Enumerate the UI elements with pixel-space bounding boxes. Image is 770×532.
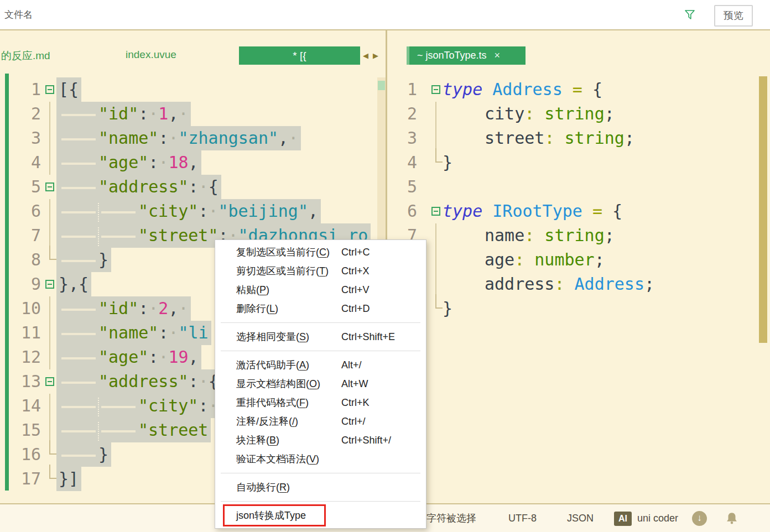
indent-guide — [98, 422, 99, 441]
code-token: , — [168, 104, 178, 123]
fold-guide — [44, 102, 56, 126]
fold-toggle-icon[interactable] — [430, 77, 443, 102]
selection-highlight: "id":·1,· — [59, 102, 191, 126]
menu-item-shortcut: Ctrl+D — [341, 299, 370, 318]
fold-guide — [430, 272, 443, 296]
code-token: } — [443, 299, 452, 318]
code-line-4[interactable]: 4} — [387, 150, 770, 175]
code-token: "id" — [98, 104, 138, 123]
selected-tab-indent-mark — [61, 382, 96, 384]
code-token: ; — [595, 250, 605, 269]
code-line-9[interactable]: 9address: Address; — [387, 272, 770, 296]
tab-0[interactable]: 的反应.md — [1, 49, 50, 63]
code-token: : — [158, 128, 168, 148]
code-text: street: string; — [443, 126, 634, 150]
menu-item-剪切选区或当前行T[interactable]: 剪切选区或当前行(T)Ctrl+X — [215, 262, 426, 280]
code-text: "name":·"li — [59, 321, 211, 345]
menu-item-注释/反注释/[interactable]: 注释/反注释(/)Ctrl+/ — [215, 412, 426, 431]
menu-item-重排代码格式F[interactable]: 重排代码格式(F)Ctrl+K — [215, 393, 426, 412]
code-token: : — [138, 299, 148, 318]
tab-scroll-right-icon[interactable]: ▶ — [373, 50, 378, 61]
code-line-2[interactable]: 2city: string; — [387, 102, 770, 126]
tab-label: ~ jsonToType.ts — [417, 50, 487, 61]
code-line-2[interactable]: 2"id":·1,· — [0, 102, 386, 126]
tab-close-icon[interactable]: × — [495, 50, 501, 61]
selection-highlight: "age":·18, — [59, 150, 201, 175]
selected-tab-indent-mark — [61, 309, 96, 311]
fold-toggle-icon[interactable] — [44, 175, 56, 199]
code-line-8[interactable]: 8age: number; — [387, 248, 770, 272]
menu-item-激活代码助手A[interactable]: 激活代码助手(A)Alt+/ — [215, 356, 426, 374]
code-token: IRootType — [492, 201, 592, 221]
selected-tab-indent-mark — [61, 114, 96, 116]
code-text: "address":·{ — [59, 369, 221, 394]
code-line-1[interactable]: 1[{ — [0, 77, 386, 102]
menu-item-块注释B[interactable]: 块注释(B)Ctrl+Shift+/ — [215, 431, 426, 450]
code-token: "street — [138, 420, 208, 440]
scrollbar-thumb[interactable] — [378, 81, 385, 90]
code-text: "id":·2,· — [59, 296, 191, 321]
code-text: [{ — [59, 77, 81, 102]
code-text: } — [59, 442, 111, 467]
menu-item-自动换行R[interactable]: 自动换行(R) — [215, 478, 426, 497]
code-token: : — [198, 201, 208, 221]
menu-item-粘贴P[interactable]: 粘贴(P)Ctrl+V — [215, 280, 426, 299]
menu-item-label: 自动换行(R) — [236, 482, 290, 493]
typescript-code-area[interactable]: 1type Address = {2city: string;3street: … — [387, 77, 770, 503]
code-token: , — [189, 347, 199, 367]
code-line-7[interactable]: 7name: string; — [387, 223, 770, 248]
code-text: "age":·19, — [59, 345, 201, 369]
code-line-4[interactable]: 4"age":·18, — [0, 150, 386, 175]
tab-scroll-left-icon[interactable]: ◀ — [363, 50, 368, 61]
right-editor-scrollbar[interactable] — [759, 76, 767, 343]
selected-tab-indent-mark — [61, 236, 96, 238]
code-line-3[interactable]: 3street: string; — [387, 126, 770, 150]
code-line-6[interactable]: 6type IRootType = { — [387, 199, 770, 223]
code-token: , — [308, 201, 318, 221]
code-line-5[interactable]: 5"address":·{ — [0, 175, 386, 199]
whitespace-dot: · — [199, 175, 209, 199]
code-line-1[interactable]: 1type Address = { — [387, 77, 770, 102]
fold-toggle-icon[interactable] — [44, 272, 56, 296]
code-line-10[interactable]: 10} — [387, 296, 770, 321]
whitespace-dot: · — [148, 296, 158, 321]
tab-jsontotype-ts[interactable]: ~ jsonToType.ts× — [407, 46, 526, 65]
line-number: 5 — [395, 175, 417, 199]
notification-bell-icon[interactable] — [725, 511, 739, 525]
line-number: 4 — [395, 150, 417, 175]
language-mode-status[interactable]: JSON — [567, 504, 594, 532]
code-line-6[interactable]: 6"city":·"beijing", — [0, 199, 386, 223]
code-line-5[interactable]: 5 — [387, 175, 770, 199]
line-number: 12 — [0, 345, 41, 369]
preview-button[interactable]: 预览 — [714, 5, 753, 27]
download-icon[interactable]: ↓ — [692, 511, 707, 526]
selected-tab-indent-mark — [61, 211, 96, 213]
selection-highlight: "age":·19, — [59, 345, 201, 369]
encoding-status[interactable]: UTF-8 — [508, 504, 537, 532]
fold-toggle-icon[interactable] — [430, 199, 443, 223]
menu-item-shortcut: Alt+/ — [341, 356, 362, 374]
menu-item-显示文档结构图O[interactable]: 显示文档结构图(O)Alt+W — [215, 374, 426, 393]
line-number: 10 — [0, 296, 41, 321]
whitespace-dot: · — [288, 126, 298, 150]
whitespace-dot: · — [148, 102, 158, 126]
menu-item-json转换成Type[interactable]: json转换成Type — [215, 506, 426, 525]
tab-1[interactable]: index.uvue — [126, 49, 176, 61]
filter-funnel-icon[interactable] — [684, 9, 696, 21]
code-token: "street" — [138, 226, 218, 245]
whitespace-dot: · — [168, 126, 178, 150]
fold-toggle-icon[interactable] — [44, 77, 56, 102]
ai-badge[interactable]: AI — [614, 512, 632, 526]
selection-highlight: [{ — [59, 77, 81, 102]
code-token: string — [534, 104, 604, 123]
fold-toggle-icon[interactable] — [44, 369, 56, 394]
code-line-3[interactable]: 3"name":·"zhangsan",· — [0, 126, 386, 150]
selection-highlight: } — [59, 442, 111, 467]
menu-item-验证本文档语法V[interactable]: 验证本文档语法(V) — [215, 450, 426, 468]
indent-guide — [98, 203, 99, 222]
menu-item-删除行L[interactable]: 删除行(L)Ctrl+D — [215, 299, 426, 318]
tab-current-unsaved[interactable]: * [{ — [239, 46, 360, 65]
menu-item-复制选区或当前行C[interactable]: 复制选区或当前行(C)Ctrl+C — [215, 243, 426, 262]
menu-item-选择相同变量S[interactable]: 选择相同变量(S)Ctrl+Shift+E — [215, 327, 426, 346]
ai-coder-label[interactable]: uni coder — [637, 504, 678, 532]
